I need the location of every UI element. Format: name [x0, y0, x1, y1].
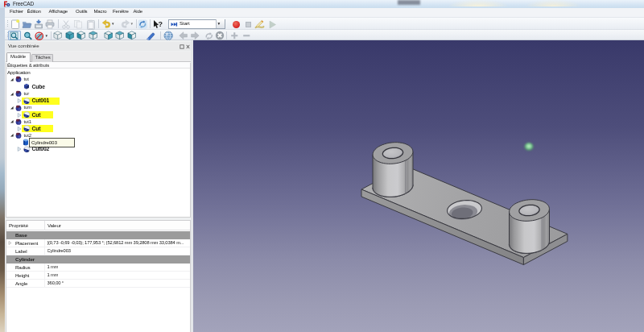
- svg-text:?: ?: [159, 19, 163, 27]
